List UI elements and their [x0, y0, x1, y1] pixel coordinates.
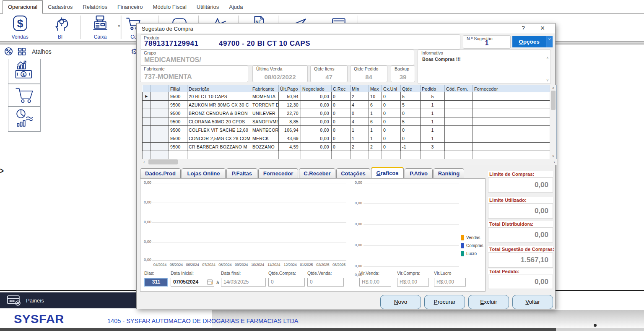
column-header-lt-pago[interactable]: Últ.Pago	[279, 85, 301, 92]
table-row[interactable]: 9500CR BARBEAR BOZZANO MBOZZANO4,590,000…	[143, 143, 551, 151]
cell[interactable]: 1	[351, 134, 369, 143]
cell[interactable]: 1	[369, 134, 382, 143]
scroll-left-icon[interactable]: ‹	[143, 159, 145, 165]
cell[interactable]: 0,00	[301, 109, 332, 117]
cell[interactable]: CONCOR 2,5MG CX 28 COM	[187, 134, 251, 143]
cell[interactable]: 5	[401, 92, 421, 101]
cell[interactable]: 0	[332, 143, 351, 151]
cell[interactable]: 0	[401, 126, 421, 134]
filter-field-data-final[interactable]: 14/03/2025	[221, 278, 266, 287]
vertical-scrollbar[interactable]: ∧ ∨	[550, 85, 556, 159]
tab-lojas-online[interactable]: Lojas Online	[182, 168, 226, 178]
cell[interactable]: BRONZ CENOURA & BRON	[187, 109, 251, 117]
menu-item-operacional[interactable]: Operacional	[3, 0, 43, 14]
cell[interactable]: 0	[382, 101, 401, 109]
manufacturer-value[interactable]: 737-MOMENTA	[144, 73, 192, 81]
cell[interactable]: 50,94	[279, 92, 301, 101]
cell[interactable]: 106,94	[279, 126, 301, 134]
filter-field-vlr-compra[interactable]: R$:0,00	[397, 278, 429, 287]
menu-item-financeiro[interactable]: Financeiro	[112, 1, 148, 13]
cell[interactable]: 0	[332, 92, 351, 101]
shortcut-pie-stats[interactable]	[8, 107, 41, 132]
column-header-negociado[interactable]: Negociado	[301, 85, 332, 92]
column-header-filial[interactable]: Filial	[169, 85, 187, 92]
cell[interactable]: TORRENT D	[251, 101, 279, 109]
options-button[interactable]: Opções v	[512, 36, 553, 47]
column-header-fornecedor[interactable]: Fornecedor	[473, 85, 551, 92]
cell[interactable]: 22,70	[279, 109, 301, 117]
group-value[interactable]: MEDICAMENTOS/	[144, 56, 201, 64]
cell[interactable]: 0	[382, 134, 401, 143]
menu-item-ajuda[interactable]: Ajuda	[224, 1, 248, 13]
horizontal-scroll-thumb[interactable]	[148, 159, 178, 164]
cell[interactable]: 0	[401, 109, 421, 117]
column-header-blank[interactable]	[160, 85, 169, 92]
procurar-button[interactable]: Procurar	[424, 295, 465, 309]
cell[interactable]: 6	[369, 101, 382, 109]
cell[interactable]: MERCK	[251, 134, 279, 143]
cell[interactable]: CR BARBEAR BOZZANO M	[187, 143, 251, 151]
cell[interactable]	[473, 117, 551, 126]
cell[interactable]	[445, 101, 473, 109]
cell[interactable]	[445, 143, 473, 151]
menu-item-utilit-rios[interactable]: Utilitários	[192, 1, 224, 13]
column-header-qtde[interactable]: Qtde	[401, 85, 421, 92]
cell[interactable]: 5	[421, 92, 445, 101]
dialog-titlebar[interactable]: Sugestão de Compra	[137, 23, 555, 34]
cell[interactable]: 1	[421, 134, 445, 143]
cell[interactable]: 0,00	[301, 134, 332, 143]
cell[interactable]: COLFLEX VIT SACHE 12,60	[187, 126, 251, 134]
panel-expand-chevron-icon[interactable]: >	[0, 166, 4, 175]
table-row[interactable]: 9500CONCOR 2,5MG CX 28 COMMERCK43,690,00…	[143, 134, 551, 143]
cell[interactable]: 1	[421, 109, 445, 117]
filter-field-qtde-compra[interactable]: 0	[268, 278, 305, 287]
cell[interactable]: 0	[382, 109, 401, 117]
item-qty-value[interactable]: 47	[311, 73, 347, 81]
cell[interactable]: 6	[369, 117, 382, 126]
cell[interactable]	[473, 126, 551, 134]
menu-item-relat-rios[interactable]: Relatórios	[78, 1, 112, 13]
cell[interactable]: 4	[351, 117, 369, 126]
column-header-pedido[interactable]: Pedido	[421, 85, 445, 92]
tab-c-receber[interactable]: C.Receber	[299, 168, 335, 178]
help-button[interactable]: ?	[515, 25, 532, 31]
close-button[interactable]: ×	[534, 24, 551, 33]
excluir-button[interactable]: Excluir	[468, 295, 509, 309]
cell[interactable]: 1	[421, 126, 445, 134]
cell[interactable]: MANTECOR	[251, 126, 279, 134]
table-row[interactable]: 9500AZUKON MR 30MG CX 30 CTORRENT D12,30…	[143, 101, 551, 109]
cell[interactable]: 9500	[169, 101, 187, 109]
cell[interactable]: 9500	[169, 109, 187, 117]
table-row[interactable]: 9500CLORANA 50MG 20 CPDSSANOFIVME8,850,0…	[143, 117, 551, 126]
cell[interactable]: 9500	[169, 126, 187, 134]
cell[interactable]	[445, 134, 473, 143]
cell[interactable]: 43,69	[279, 134, 301, 143]
toolbar-button-vendas[interactable]: $Vendas	[0, 14, 40, 41]
cell[interactable]: 2	[351, 143, 369, 151]
horizontal-scrollbar[interactable]: ‹ ›	[142, 159, 557, 165]
cell[interactable]: 9500	[169, 143, 187, 151]
column-header-min[interactable]: Min	[351, 85, 369, 92]
toolbar-button-bi[interactable]: BI	[40, 14, 80, 41]
calendar-icon[interactable]	[207, 279, 213, 285]
cell[interactable]: 10	[369, 92, 382, 101]
filter-field-data-inicial[interactable]: 07/05/2024	[171, 278, 214, 287]
scroll-down-icon[interactable]: ∨	[550, 154, 556, 158]
column-header-c-d-forn[interactable]: Cód. Forn.	[445, 85, 473, 92]
cell[interactable]: 9500	[169, 134, 187, 143]
percent-circle-icon[interactable]	[4, 47, 13, 56]
cell[interactable]: 1	[351, 126, 369, 134]
tab-graficos[interactable]: Graficos	[371, 167, 404, 178]
table-row[interactable]: 9500BRONZ CENOURA & BRONUNILEVER22,700,0…	[143, 109, 551, 117]
last-sale-value[interactable]: 08/02/2022	[253, 73, 307, 81]
voltar-button[interactable]: Voltar	[512, 295, 553, 309]
tab-cota-es[interactable]: Cotações	[336, 168, 370, 178]
cell[interactable]: 0	[382, 143, 401, 151]
cell[interactable]: 4	[351, 101, 369, 109]
info-scroll-up-icon[interactable]: ∧	[546, 56, 549, 60]
column-header-blank[interactable]	[143, 85, 151, 92]
cell[interactable]	[473, 109, 551, 117]
cell[interactable]: 1	[421, 117, 445, 126]
cell[interactable]	[445, 109, 473, 117]
cell[interactable]	[445, 92, 473, 101]
